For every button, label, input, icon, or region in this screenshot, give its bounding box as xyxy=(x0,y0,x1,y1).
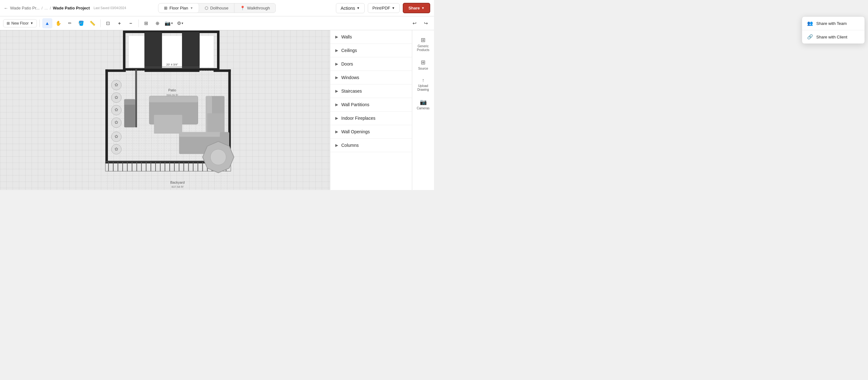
floor-plan-dropdown-icon: ▼ xyxy=(190,6,193,10)
breadcrumb: ← Wade Patio Pr... / ... / Wade Patio Pr… xyxy=(4,6,126,11)
new-floor-chevron-icon: ▼ xyxy=(30,22,33,25)
indoor-fireplaces-chevron-icon: ▶ xyxy=(335,116,338,120)
select-tool-button[interactable]: ▲ xyxy=(42,18,52,28)
generic-products-button[interactable]: ⊞ Generic Products xyxy=(413,33,433,55)
far-right-panel: ⊞ Generic Products ⊞ Source ↑ Upload Dra… xyxy=(412,30,434,190)
settings-button[interactable]: ⚙ ▼ xyxy=(175,18,185,28)
source-button[interactable]: ⊞ Source xyxy=(413,56,433,74)
right-panel: ▶ Walls ▶ Ceilings ▶ Doors ▶ Windows ▶ S… xyxy=(330,30,412,190)
draw-wall-button[interactable]: ✏ xyxy=(65,18,75,28)
layers-icon: ⊞ xyxy=(7,21,10,26)
svg-rect-57 xyxy=(154,115,182,134)
position-button[interactable]: ⊕ xyxy=(153,18,163,28)
camera-chevron-icon: ▼ xyxy=(170,22,174,25)
breadcrumb-item1[interactable]: Wade Patio Pr... xyxy=(10,6,39,10)
panel-section-columns[interactable]: ▶ Columns xyxy=(330,139,412,152)
saved-text: Last Saved 03/04/2024 xyxy=(94,6,126,10)
upload-icon: ↑ xyxy=(422,77,425,83)
doors-chevron-icon: ▶ xyxy=(335,62,338,66)
settings-icon: ⚙ xyxy=(177,21,181,26)
svg-rect-10 xyxy=(145,69,199,72)
zoom-out-icon: − xyxy=(129,21,132,26)
main-area: ✿ ✿ ✿ ✿ ✿ ✿ xyxy=(0,30,434,190)
svg-point-65 xyxy=(210,149,226,165)
breadcrumb-current: Wade Patio Project xyxy=(53,6,90,10)
actions-button[interactable]: Actions ▼ xyxy=(336,3,365,13)
view-tabs: ⊞ Floor Plan ▼ ⬡ Dollhouse 📍 Walkthrough xyxy=(158,3,276,13)
undo-redo-group: ↩ ↪ xyxy=(409,18,431,28)
camera-toolbar-icon: 📷 xyxy=(165,21,170,26)
svg-rect-60 xyxy=(207,113,224,134)
svg-text:20' 4 3/4": 20' 4 3/4" xyxy=(166,63,178,66)
snap-button[interactable]: ⊞ xyxy=(141,18,151,28)
columns-chevron-icon: ▶ xyxy=(335,143,338,147)
select-icon: ▲ xyxy=(45,21,50,26)
divider3 xyxy=(138,20,139,27)
panel-section-doors[interactable]: ▶ Doors xyxy=(330,57,412,71)
camera-button[interactable]: 📷 ▼ xyxy=(164,18,174,28)
panel-section-ceilings[interactable]: ▶ Ceilings xyxy=(330,44,412,57)
new-floor-button[interactable]: ⊞ New Floor ▼ xyxy=(3,19,37,27)
tab-floor-plan[interactable]: ⊞ Floor Plan ▼ xyxy=(158,3,199,12)
breadcrumb-sep2: / xyxy=(50,6,51,10)
fit-view-button[interactable]: ⊡ xyxy=(103,18,113,28)
breadcrumb-sep1: / xyxy=(41,6,42,10)
panel-section-indoor-fireplaces[interactable]: ▶ Indoor Fireplaces xyxy=(330,111,412,125)
walkthrough-icon: 📍 xyxy=(240,6,245,10)
cameras-icon: 📷 xyxy=(420,99,427,106)
zoom-in-button[interactable]: + xyxy=(115,18,125,28)
divider2 xyxy=(100,20,101,27)
svg-rect-74 xyxy=(105,171,231,188)
floor-plan-icon: ⊞ xyxy=(164,6,167,10)
svg-text:✿: ✿ xyxy=(115,95,118,100)
upload-drawing-button[interactable]: ↑ Upload Drawing xyxy=(413,74,433,95)
panel-section-wall-openings[interactable]: ▶ Wall Openings xyxy=(330,125,412,139)
svg-text:✿: ✿ xyxy=(115,146,118,151)
pan-tool-button[interactable]: ✋ xyxy=(54,18,64,28)
svg-text:✿: ✿ xyxy=(115,120,118,125)
svg-text:✿: ✿ xyxy=(115,134,118,139)
svg-text:Patio: Patio xyxy=(168,88,176,92)
back-icon[interactable]: ← xyxy=(4,6,8,11)
print-chevron-icon: ▼ xyxy=(392,6,395,10)
staircases-chevron-icon: ▶ xyxy=(335,89,338,93)
cameras-button[interactable]: 📷 Cameras xyxy=(413,96,433,113)
zoom-out-button[interactable]: − xyxy=(126,18,136,28)
position-icon: ⊕ xyxy=(155,21,160,26)
measure-button[interactable]: 📏 xyxy=(88,18,98,28)
panel-section-staircases[interactable]: ▶ Staircases xyxy=(330,84,412,98)
header: ← Wade Patio Pr... / ... / Wade Patio Pr… xyxy=(0,0,434,16)
windows-chevron-icon: ▶ xyxy=(335,75,338,80)
generic-products-icon: ⊞ xyxy=(421,37,426,43)
redo-button[interactable]: ↪ xyxy=(421,18,431,28)
actions-chevron-icon: ▼ xyxy=(357,6,360,10)
ceilings-chevron-icon: ▶ xyxy=(335,48,338,53)
svg-rect-54 xyxy=(124,99,135,105)
svg-rect-2 xyxy=(129,36,214,67)
svg-rect-11 xyxy=(214,69,231,72)
walls-chevron-icon: ▶ xyxy=(335,35,338,39)
breadcrumb-ellipsis: ... xyxy=(44,6,48,10)
panel-section-walls[interactable]: ▶ Walls xyxy=(330,30,412,44)
wall-partitions-chevron-icon: ▶ xyxy=(335,102,338,107)
panel-section-wall-partitions[interactable]: ▶ Wall Partitions xyxy=(330,98,412,111)
canvas-area[interactable]: ✿ ✿ ✿ ✿ ✿ ✿ xyxy=(0,30,330,190)
wall-openings-chevron-icon: ▶ xyxy=(335,130,338,134)
panel-section-windows[interactable]: ▶ Windows xyxy=(330,71,412,84)
undo-button[interactable]: ↩ xyxy=(409,18,420,28)
tab-walkthrough[interactable]: 📍 Walkthrough xyxy=(234,3,276,12)
floor-plan-svg: ✿ ✿ ✿ ✿ ✿ ✿ xyxy=(0,30,330,190)
zoom-in-icon: + xyxy=(118,21,121,26)
paint-button[interactable]: 🪣 xyxy=(76,18,86,28)
redo-icon: ↪ xyxy=(424,21,428,26)
measure-icon: 📏 xyxy=(90,21,96,26)
print-pdf-button[interactable]: Print/PDF ▼ xyxy=(368,3,400,13)
tab-dollhouse[interactable]: ⬡ Dollhouse xyxy=(199,3,234,12)
share-button[interactable]: Share ▼ xyxy=(403,3,430,13)
settings-chevron-icon: ▼ xyxy=(181,22,184,25)
undo-icon: ↩ xyxy=(412,21,417,26)
svg-text:✿: ✿ xyxy=(115,82,118,87)
svg-rect-40 xyxy=(135,69,137,127)
divider1 xyxy=(39,20,40,27)
share-chevron-icon: ▼ xyxy=(422,6,425,10)
